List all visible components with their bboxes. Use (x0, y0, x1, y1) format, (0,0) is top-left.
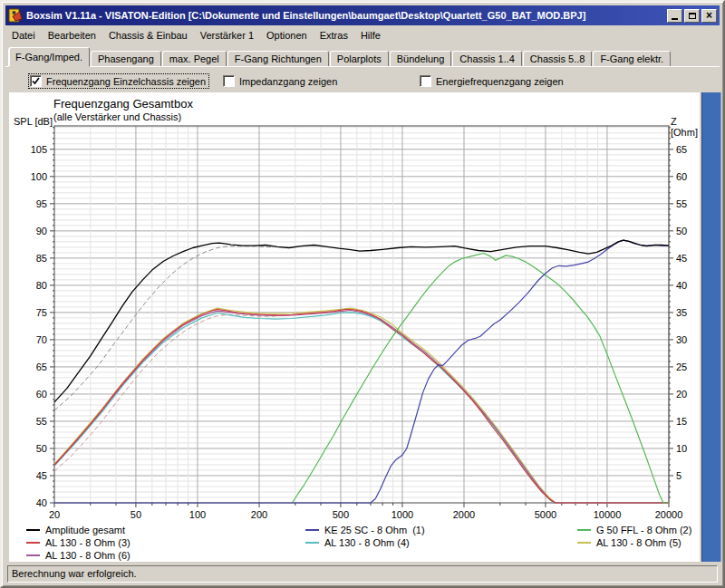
chart-right-margin-strip (701, 92, 721, 562)
y-right-tick-label: 35 (676, 307, 687, 318)
legend-swatch-icon (26, 529, 40, 531)
y-right-tick-label: 60 (676, 171, 687, 182)
tab-chassis-5-8[interactable]: Chassis 5..8 (523, 51, 593, 67)
series-al-130-8-ohm-5 (54, 308, 669, 503)
x-tick-label: 20 (49, 509, 60, 520)
tab-f-gang-imped[interactable]: F-Gang/Imped. (8, 47, 90, 67)
y-left-tick-label: 80 (36, 280, 47, 291)
y-right-tick-label: 40 (676, 280, 687, 291)
y-right-tick-label: 45 (676, 253, 687, 264)
tab-f-gang-richtungen[interactable]: F-Gang Richtungen (227, 51, 329, 67)
status-bar: Berechnung war erfolgreich. (7, 565, 718, 583)
legend-label: G 50 FFL - 8 Ohm (2) (596, 525, 691, 535)
y-right-tick-label: 5 (676, 470, 682, 481)
boxsim-window: Boxsim V1.11a - VISATON-Edition [C:\Doku… (0, 0, 725, 588)
legend-item-al-130-8-ohm-5: AL 130 - 8 Ohm (5) (577, 537, 682, 548)
menu-item-optionen[interactable]: Optionen (260, 28, 314, 43)
y-left-tick-label: 100 (31, 171, 47, 182)
y-left-tick-label: 65 (36, 361, 47, 372)
checkbox-impedanzgang-zeigen[interactable]: Impedanzgang zeigen (222, 74, 340, 88)
checkbox-checked-icon[interactable] (30, 75, 42, 87)
series-al-130-8-ohm-3 (54, 309, 669, 503)
legend-swatch-icon (26, 542, 40, 544)
legend-label: AL 130 - 8 Ohm (4) (324, 537, 410, 548)
y-left-tick-label: 55 (36, 416, 47, 427)
app-icon (8, 8, 23, 23)
checkbox-unchecked-icon[interactable] (223, 75, 235, 87)
menu-item-chassis-einbau[interactable]: Chassis & Einbau (102, 28, 194, 43)
legend-item-al-130-8-ohm-3: AL 130 - 8 Ohm (3) (26, 537, 130, 548)
y-axis-right-label: Z [Ohm] (671, 116, 700, 138)
tab-chassis-1-4[interactable]: Chassis 1..4 (452, 51, 522, 67)
tab-b-ndelung[interactable]: Bündelung (390, 51, 452, 67)
legend-label: AL 130 - 8 Ohm (5) (596, 537, 682, 548)
status-text: Berechnung war erfolgreich. (12, 568, 137, 579)
x-tick-label: 50 (130, 509, 141, 520)
legend-item-al-130-8-ohm-6: AL 130 - 8 Ohm (6) (26, 550, 130, 561)
series-amplitude-gesamt-gestrichelt (54, 246, 272, 410)
checkbox-row: Frequenzgang Einzelchassis zeigenImpedan… (5, 72, 720, 92)
legend-label: Amplitude gesamt (45, 525, 125, 535)
legend-label: AL 130 - 8 Ohm (3) (45, 537, 130, 548)
tab-max-pegel[interactable]: max. Pegel (162, 51, 227, 67)
window-title: Boxsim V1.11a - VISATON-Edition [C:\Doku… (26, 10, 667, 21)
y-right-tick-label: 10 (676, 443, 687, 454)
x-tick-label: 500 (333, 509, 349, 520)
y-left-tick-label: 45 (36, 470, 47, 481)
legend-item-ke-25-sc-8-ohm-1: KE 25 SC - 8 Ohm (1) (305, 525, 425, 535)
series-al-130-gestrichelt (54, 314, 289, 471)
maximize-button[interactable] (684, 9, 700, 23)
close-button[interactable]: × (701, 9, 717, 23)
legend-item-g-50-ffl-8-ohm-2: G 50 FFL - 8 Ohm (2) (577, 525, 691, 535)
menu-item-verst-rker-1[interactable]: Verstärker 1 (194, 28, 260, 43)
legend-swatch-icon (577, 542, 591, 544)
minimize-icon (672, 18, 678, 20)
x-tick-label: 20000 (655, 509, 683, 520)
x-tick-label: 2000 (453, 509, 475, 520)
x-tick-label: 1000 (392, 509, 413, 520)
x-tick-label: 5000 (535, 509, 556, 520)
y-left-tick-label: 95 (36, 198, 47, 209)
legend-item-al-130-8-ohm-4: AL 130 - 8 Ohm (4) (305, 537, 410, 548)
chart-subtitle: (alle Verstärker und Chassis) (53, 111, 181, 122)
legend-item-amplitude-gesamt: Amplitude gesamt (26, 525, 125, 535)
menu-item-datei[interactable]: Datei (5, 28, 42, 43)
menu-bar: DateiBearbeitenChassis & EinbauVerstärke… (5, 26, 720, 44)
menu-item-hilfe[interactable]: Hilfe (354, 28, 387, 43)
y-right-tick-label: 20 (676, 389, 687, 400)
x-tick-label: 10000 (594, 509, 622, 520)
tab-f-gang-elektr[interactable]: F-Gang elektr. (593, 51, 671, 67)
y-left-tick-label: 70 (36, 334, 47, 345)
menu-item-extras[interactable]: Extras (314, 28, 354, 43)
tab-polarplots[interactable]: Polarplots (330, 51, 389, 67)
y-left-tick-label: 60 (36, 389, 47, 400)
legend-swatch-icon (305, 529, 319, 531)
tab-page-border (5, 66, 720, 68)
y-right-tick-label: 30 (676, 334, 687, 345)
tab-strip: F-Gang/Imped.Phasengangmax. PegelF-Gang … (8, 47, 720, 67)
y-right-tick-label: 55 (676, 198, 687, 209)
title-bar[interactable]: Boxsim V1.11a - VISATON-Edition [C:\Doku… (5, 5, 720, 25)
chart-canvas: 4045505560657075808590951001055101520253… (9, 92, 700, 562)
chart-title: Frequenzgang Gesamtbox (53, 97, 193, 111)
x-tick-label: 100 (189, 509, 206, 520)
checkbox-energiefrequenzgang-zeigen[interactable]: Energiefrequenzgang zeigen (419, 74, 566, 88)
y-left-tick-label: 75 (36, 307, 47, 318)
legend-swatch-icon (305, 542, 319, 544)
checkbox-frequenzgang-einzelchassis-zeigen[interactable]: Frequenzgang Einzelchassis zeigen (29, 74, 208, 88)
tab-phasengang[interactable]: Phasengang (91, 51, 161, 67)
y-left-tick-label: 85 (36, 253, 47, 264)
y-right-tick-label: 25 (676, 361, 687, 372)
legend-label: AL 130 - 8 Ohm (6) (45, 550, 130, 561)
close-icon: × (706, 10, 712, 21)
menu-item-bearbeiten[interactable]: Bearbeiten (42, 28, 102, 43)
y-right-tick-label: 65 (676, 144, 687, 155)
maximize-icon (689, 13, 696, 19)
x-tick-label: 200 (251, 509, 267, 520)
minimize-button[interactable] (667, 9, 682, 23)
series-al-130-8-ohm-6 (54, 311, 669, 504)
checkbox-unchecked-icon[interactable] (420, 75, 431, 87)
legend-label: KE 25 SC - 8 Ohm (1) (324, 525, 425, 535)
y-left-tick-label: 90 (36, 226, 47, 236)
y-left-tick-label: 40 (36, 497, 47, 508)
